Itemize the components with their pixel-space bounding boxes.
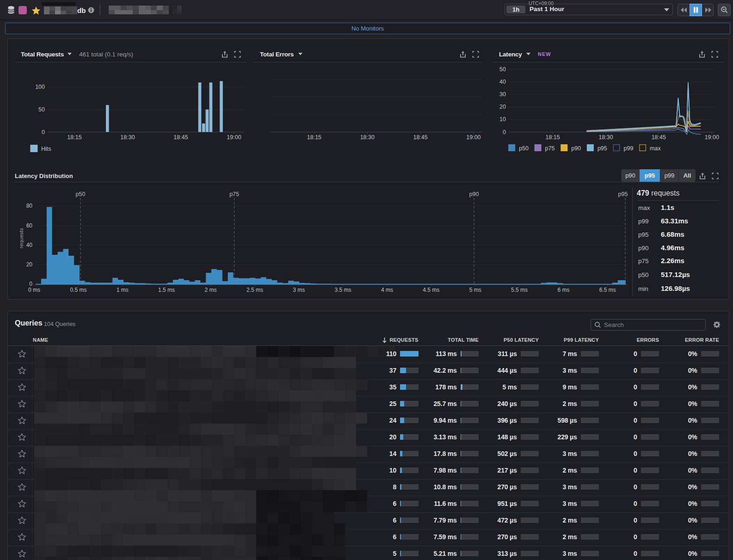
svg-text:18:30: 18:30 [360, 134, 375, 141]
svg-text:100: 100 [35, 84, 45, 90]
svg-text:2 ms: 2 ms [204, 287, 216, 293]
svg-text:40: 40 [499, 79, 506, 85]
svg-text:126.98µs: 126.98µs [661, 284, 690, 292]
svg-text:max: max [650, 145, 661, 152]
svg-text:4.5 ms: 4.5 ms [423, 287, 439, 293]
svg-text:p50: p50 [519, 145, 529, 152]
svg-text:p95: p95 [638, 231, 649, 238]
svg-text:18:15: 18:15 [67, 134, 81, 141]
svg-text:5 ms: 5 ms [469, 287, 481, 293]
svg-text:20: 20 [499, 104, 506, 110]
svg-text:p90: p90 [571, 145, 581, 152]
svg-text:1.5 ms: 1.5 ms [158, 287, 175, 293]
svg-text:4.96ms: 4.96ms [661, 244, 684, 252]
svg-text:19:00: 19:00 [227, 134, 241, 141]
svg-text:517.12µs: 517.12µs [661, 271, 690, 278]
svg-text:18:30: 18:30 [120, 134, 135, 141]
svg-text:0: 0 [42, 129, 45, 135]
svg-text:10: 10 [499, 116, 506, 123]
svg-text:5.5 ms: 5.5 ms [511, 287, 528, 293]
svg-text:30: 30 [499, 91, 506, 98]
svg-text:p95: p95 [618, 191, 628, 197]
svg-text:requests: requests [18, 228, 24, 248]
svg-text:50: 50 [38, 106, 45, 113]
svg-text:60: 60 [26, 222, 33, 229]
svg-text:18:45: 18:45 [413, 134, 427, 141]
svg-text:18:45: 18:45 [173, 134, 188, 141]
svg-text:19:00: 19:00 [705, 134, 719, 141]
svg-text:2.5 ms: 2.5 ms [246, 287, 263, 293]
svg-text:p75: p75 [545, 145, 555, 152]
svg-text:min: min [638, 285, 648, 292]
svg-text:Hits: Hits [41, 146, 51, 152]
svg-text:6 ms: 6 ms [557, 287, 569, 293]
svg-text:p75: p75 [638, 258, 649, 265]
svg-text:50: 50 [499, 66, 506, 73]
svg-text:20: 20 [26, 261, 33, 268]
svg-text:3 ms: 3 ms [293, 287, 305, 293]
svg-text:0.5 ms: 0.5 ms [70, 287, 86, 293]
svg-text:max: max [638, 204, 650, 211]
svg-text:0 ms: 0 ms [28, 287, 40, 293]
svg-text:p50: p50 [76, 191, 86, 197]
svg-text:6.68ms: 6.68ms [661, 230, 684, 238]
svg-text:19:00: 19:00 [466, 134, 480, 141]
svg-text:63.31ms: 63.31ms [661, 217, 688, 225]
svg-text:p75: p75 [229, 191, 239, 197]
svg-text:p50: p50 [638, 271, 649, 278]
svg-text:18:45: 18:45 [652, 134, 666, 141]
svg-text:p95: p95 [597, 145, 607, 152]
svg-text:80: 80 [26, 203, 33, 209]
svg-text:2.26ms: 2.26ms [661, 257, 684, 265]
svg-text:18:15: 18:15 [307, 134, 321, 141]
svg-text:479 requests: 479 requests [637, 189, 680, 197]
svg-text:18:15: 18:15 [545, 134, 560, 141]
svg-text:1.1s: 1.1s [661, 203, 674, 211]
svg-text:0: 0 [503, 129, 506, 135]
svg-text:40: 40 [26, 242, 33, 248]
svg-text:18:30: 18:30 [598, 134, 613, 141]
svg-text:p99: p99 [624, 145, 634, 152]
svg-text:p90: p90 [638, 245, 649, 252]
svg-text:4 ms: 4 ms [381, 287, 393, 293]
svg-text:3.5 ms: 3.5 ms [335, 287, 351, 293]
svg-text:p90: p90 [469, 191, 479, 197]
svg-text:6.5 ms: 6.5 ms [599, 287, 616, 293]
svg-text:p99: p99 [638, 218, 649, 225]
svg-text:1 ms: 1 ms [117, 287, 129, 293]
